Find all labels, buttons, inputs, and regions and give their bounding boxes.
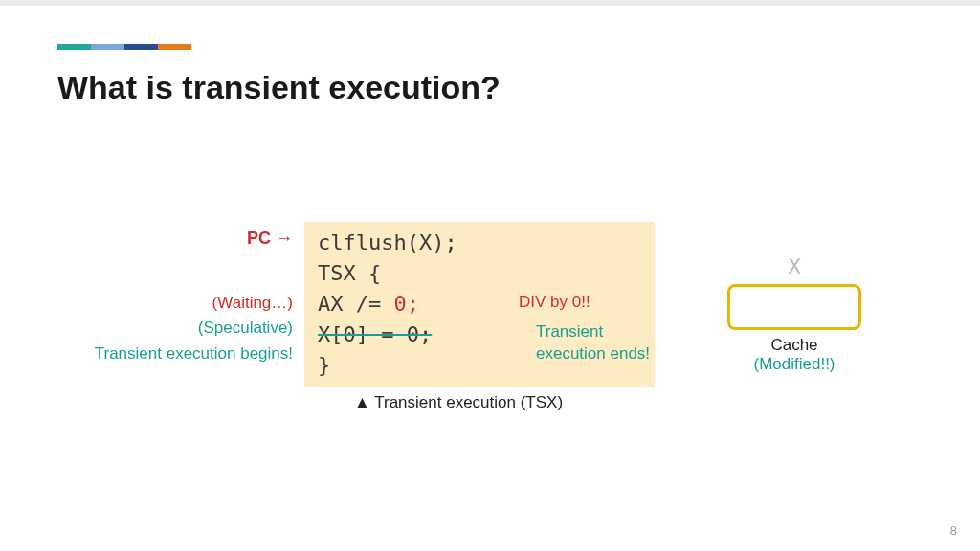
stripe-blue [91,44,124,50]
cache-modified: (Modified!!) [718,355,871,374]
stripe-orange [158,44,191,50]
anno-speculative: (Speculative) [57,316,293,341]
code-caption: ▲ Transient execution (TSX) [354,393,563,412]
cache-box [727,284,861,330]
stripe-teal [57,44,91,50]
cache-diagram: X Cache (Modified!!) [718,254,871,374]
code-line-1: clflush(X); [318,228,641,258]
cache-value-x: X [718,254,871,278]
slide: What is transient execution? PC → (Waiti… [0,6,980,106]
anno-begins: Transient execution begins! [57,342,293,366]
pc-pointer: PC → [57,226,293,253]
code-line-3: AX /= 0; [318,289,641,320]
page-number: 8 [950,523,957,538]
code-line-2: TSX { [318,258,641,289]
page-title: What is transient execution? [57,69,923,106]
left-annotations: PC → (Waiting…) (Speculative) Transient … [57,226,293,366]
anno-waiting: (Waiting…) [57,291,293,316]
anno-div-by-zero: DIV by 0!! [519,293,590,312]
anno-transient-ends: Transient execution ends! [536,321,650,365]
stripe-navy [124,44,158,50]
accent-stripe [57,44,191,50]
cache-label: Cache [718,336,871,355]
